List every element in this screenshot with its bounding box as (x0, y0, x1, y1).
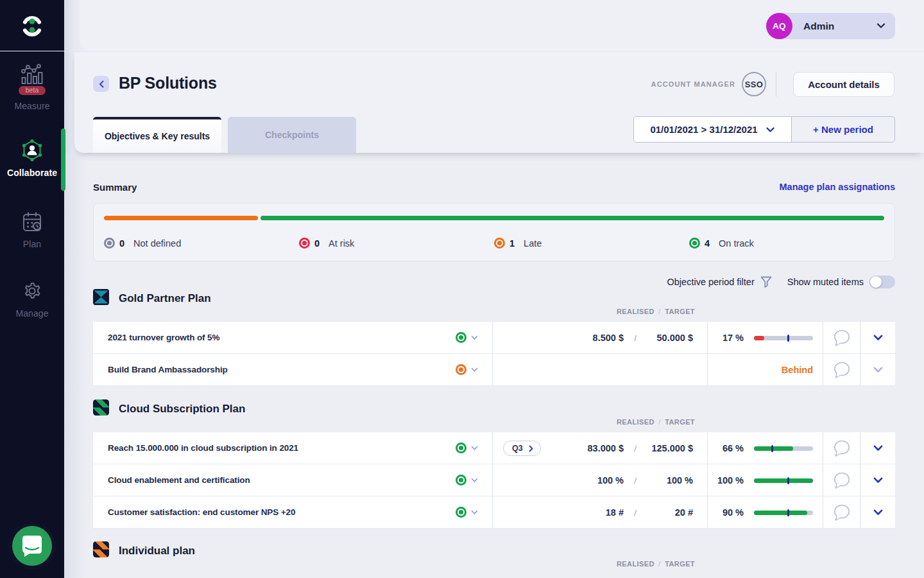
objective-row: Cloud enablement and certification 100 %… (93, 464, 895, 496)
sidebar-item-collaborate[interactable]: Collaborate (0, 139, 64, 178)
content-gutter (64, 153, 86, 578)
topbar: AQ Admin (80, 0, 924, 51)
status-donut-icon[interactable] (456, 332, 466, 343)
expand-chevron-icon[interactable] (873, 509, 883, 516)
comment-icon[interactable] (832, 361, 851, 379)
expand-chevron-icon[interactable] (873, 335, 883, 341)
chevron-right-icon (529, 445, 533, 452)
legend-label: On track (719, 238, 754, 249)
expand-chevron-icon[interactable] (873, 367, 883, 373)
user-menu[interactable]: AQ Admin (773, 13, 895, 39)
manage-plan-assignations-link[interactable]: Manage plan assignations (780, 182, 896, 192)
app-logo[interactable] (0, 0, 64, 51)
period-selector[interactable]: 01/01/2021 > 31/12/2021 (634, 117, 792, 142)
legend-item: 1Late (494, 238, 689, 249)
target-value: 50.000 $ (657, 322, 693, 354)
comment-icon[interactable] (832, 471, 851, 489)
summary-card: 0Not defined0At risk1Late4On track (93, 203, 895, 261)
objective-row: Build Brand Ambassadorship / (93, 354, 895, 386)
legend-count: 0 (314, 238, 320, 249)
realised-value: 83.000 $ (588, 432, 624, 464)
account-manager-avatar[interactable]: SSO (742, 72, 766, 96)
comment-icon[interactable] (832, 439, 851, 457)
tab-objectives-key-results[interactable]: Objectives & Key results (93, 117, 221, 153)
toggle-knob (870, 276, 882, 288)
filter-funnel-icon[interactable] (760, 276, 772, 288)
status-donut-icon[interactable] (456, 475, 466, 486)
status-chevron-icon[interactable] (471, 510, 478, 515)
realised-target-header: REALISED / TARGET (93, 560, 895, 569)
comment-icon[interactable] (832, 329, 851, 347)
summary-progress-bar (104, 216, 884, 220)
realised-value: 8.500 $ (593, 322, 624, 354)
new-period-button[interactable]: + New period (792, 117, 894, 142)
sidebar-item-measure[interactable]: beta Measure (0, 63, 64, 111)
objectives-table: Reach 15.000.000 in cloud subscription i… (93, 432, 895, 529)
realised-target-header: REALISED / TARGET (93, 308, 895, 317)
target-column-label: TARGET (665, 560, 695, 568)
objective-title: Cloud enablement and certification (108, 475, 250, 485)
objective-title: Customer satisfaction: end customer NPS … (108, 507, 295, 517)
progress-bar (754, 336, 813, 340)
topbar-divider (64, 51, 924, 52)
status-donut-icon (689, 238, 700, 249)
realised-column-label: REALISED (617, 418, 654, 426)
status-chevron-icon[interactable] (471, 446, 478, 451)
sidebar-item-label: Collaborate (7, 168, 57, 178)
progress-percent: 17 % (723, 322, 744, 354)
legend-label: Not defined (133, 238, 181, 249)
realised-value: 100 % (597, 464, 624, 496)
status-donut-icon[interactable] (456, 507, 466, 518)
sidebar-item-label: Plan (23, 239, 41, 249)
progress-expected-tick (787, 509, 789, 516)
account-details-button[interactable]: Account details (793, 72, 894, 97)
status-donut-icon[interactable] (456, 364, 466, 375)
period-badge[interactable]: Q3 (503, 441, 541, 456)
plan-icon (93, 289, 109, 308)
manage-icon (21, 279, 44, 302)
sidebar-item-label: Manage (15, 308, 48, 319)
chat-launcher-button[interactable] (8, 522, 56, 570)
comment-icon[interactable] (832, 504, 851, 521)
value-separator: / (634, 496, 637, 529)
user-avatar: AQ (766, 13, 792, 39)
status-chevron-icon[interactable] (471, 367, 478, 372)
status-chevron-icon[interactable] (471, 335, 478, 340)
sidebar-item-manage[interactable]: Manage (0, 279, 64, 319)
tabs: Objectives & Key results Checkpoints (93, 117, 356, 153)
plan-name: Individual plan (119, 545, 195, 557)
show-muted-toggle[interactable] (869, 276, 895, 288)
progress-percent: 100 % (717, 464, 744, 496)
plan-name: Gold Partner Plan (119, 292, 211, 305)
status-text: Behind (782, 354, 813, 386)
progress-percent: 66 % (723, 432, 744, 464)
main-area: Summary Manage plan assignations 0Not de… (64, 0, 924, 578)
expand-chevron-icon[interactable] (873, 477, 883, 484)
status-chevron-icon[interactable] (471, 478, 478, 483)
collaborate-icon (21, 139, 44, 162)
measure-icon (21, 63, 44, 85)
back-button[interactable] (93, 76, 109, 92)
progress-expected-tick (787, 335, 789, 342)
tab-checkpoints[interactable]: Checkpoints (228, 117, 356, 153)
period-badge-label: Q3 (512, 444, 523, 453)
progress-bar (754, 446, 813, 451)
target-column-label: TARGET (665, 308, 695, 315)
summary-title: Summary (93, 182, 137, 193)
status-donut-icon[interactable] (456, 442, 466, 453)
target-column-label: TARGET (665, 418, 695, 426)
target-value: 125.000 $ (651, 432, 693, 464)
legend-count: 1 (509, 238, 515, 249)
progress-bar (754, 511, 813, 515)
legend-count: 4 (705, 238, 710, 249)
plan-icon (93, 399, 109, 418)
sidebar-item-plan[interactable]: Plan (0, 210, 64, 249)
status-donut-icon (299, 238, 310, 249)
expand-chevron-icon[interactable] (873, 445, 883, 451)
sidebar-item-label: Measure (14, 101, 49, 111)
target-value: 100 % (667, 464, 693, 496)
header-divider (776, 72, 776, 97)
logo-icon (17, 11, 47, 40)
status-donut-icon (494, 238, 505, 249)
objective-title: 2021 turnover growth of 5% (108, 333, 219, 342)
